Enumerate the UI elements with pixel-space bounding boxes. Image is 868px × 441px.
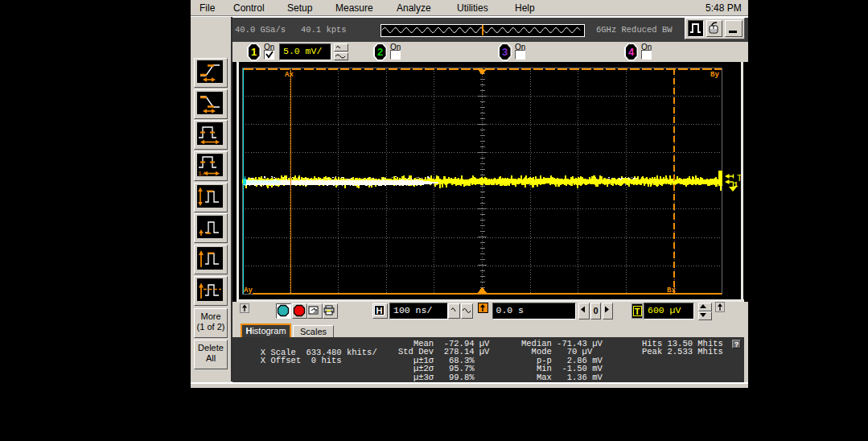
- svg-text:Ax: Ax: [285, 71, 294, 79]
- svg-text:T: T: [737, 173, 743, 183]
- svg-text:Ay: Ay: [244, 286, 253, 295]
- svg-text:Bx: Bx: [667, 286, 676, 295]
- svg-text:By: By: [710, 71, 719, 79]
